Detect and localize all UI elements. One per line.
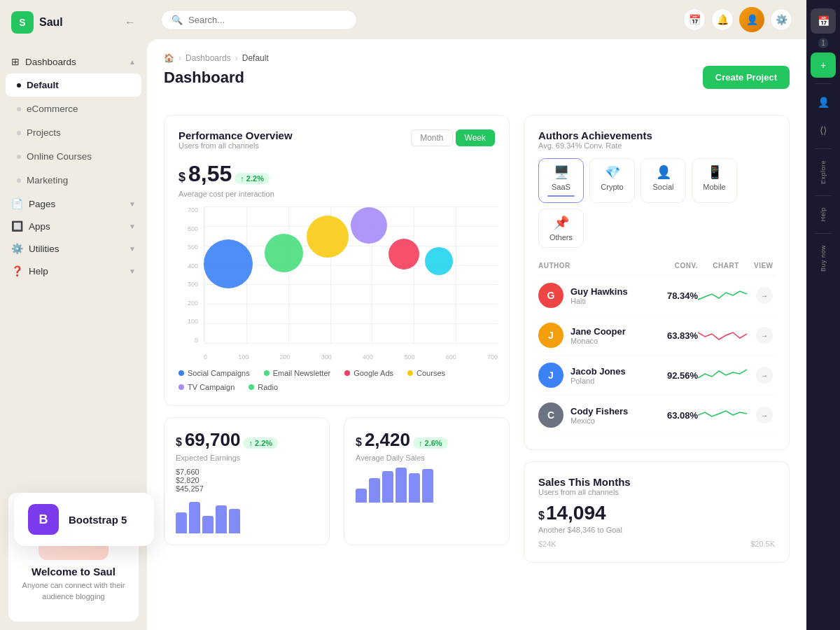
right-bar-badge: 1 xyxy=(818,38,828,48)
legend-radio: Radio xyxy=(248,383,278,391)
authors-sub: Avg. 69.34% Conv. Rate xyxy=(538,141,775,150)
topbar-bell-btn[interactable]: 🔔 xyxy=(711,8,734,31)
search-box[interactable]: 🔍 xyxy=(161,10,357,30)
dot xyxy=(17,107,21,111)
sidebar-item-dashboards[interactable]: ⊞ Dashboards ▲ xyxy=(0,50,147,73)
dashboards-label: Dashboards xyxy=(25,57,76,67)
right-column: Authors Achievements Avg. 69.34% Conv. R… xyxy=(524,115,790,574)
help-icon: ❓ xyxy=(11,265,23,276)
pages-chevron: ▼ xyxy=(129,200,136,208)
sidebar-item-marketing[interactable]: Marketing xyxy=(6,169,141,192)
saas-icon: 🖥️ xyxy=(554,164,569,180)
view-btn-jane[interactable]: → xyxy=(756,327,773,344)
sales-label: Average Daily Sales xyxy=(356,454,498,462)
topbar-right: 📅 🔔 👤 ⚙️ xyxy=(683,7,792,32)
sidebar-item-help[interactable]: ❓ Help ▼ xyxy=(0,260,147,282)
tab-week[interactable]: Week xyxy=(456,130,495,146)
search-input[interactable] xyxy=(188,15,346,25)
sidebar-item-apps[interactable]: 🔲 Apps ▼ xyxy=(0,215,147,237)
view-btn-jacob[interactable]: → xyxy=(756,367,773,384)
bubble-blue xyxy=(204,239,253,288)
author-row-jane: J Jane Cooper Monaco 63.83% xyxy=(538,316,775,356)
category-tabs: 🖥️ SaaS 💎 Crypto 👤 Social xyxy=(538,158,775,248)
avatar-cody: C xyxy=(538,402,564,428)
sales-dollar: $ xyxy=(356,436,362,449)
right-bar-add[interactable]: + xyxy=(811,52,836,78)
cat-tab-others[interactable]: 📌 Others xyxy=(538,209,584,248)
topbar-settings-btn[interactable]: ⚙️ xyxy=(770,8,792,31)
sidebar-footer-title: Welcome to Saul xyxy=(20,566,127,578)
right-bar-user[interactable]: 👤 xyxy=(811,90,836,115)
author-row-cody: C Cody Fishers Mexico 63.08% xyxy=(538,396,775,435)
utilities-chevron: ▼ xyxy=(129,245,136,253)
content-inner: 🏠 › Dashboards › Default Dashboard Creat… xyxy=(147,39,806,630)
right-bar-buynow[interactable]: Buy now xyxy=(820,239,827,277)
main-wrapper: 🔍 📅 🔔 👤 ⚙️ 🏠 › Dashboards › Default xyxy=(147,0,806,630)
breadcrumb-dashboards[interactable]: Dashboards xyxy=(186,53,231,63)
back-icon[interactable]: ← xyxy=(125,16,136,29)
breadcrumb-home[interactable]: 🏠 xyxy=(164,53,174,63)
cat-tab-mobile[interactable]: 📱 Mobile xyxy=(692,158,737,203)
two-col-layout: Performance Overview Users from all chan… xyxy=(164,115,790,574)
author-row-jacob: J Jacob Jones Poland 92.56% xyxy=(538,356,775,396)
divider4 xyxy=(815,233,832,234)
social-icon: 👤 xyxy=(656,164,671,180)
topbar-user-avatar[interactable]: 👤 xyxy=(739,7,764,32)
sidebar-item-online-courses[interactable]: Online Courses xyxy=(6,145,141,168)
topbar-calendar-btn[interactable]: 📅 xyxy=(683,8,706,31)
divider2 xyxy=(815,148,832,149)
sales-badge: ↑ 2.6% xyxy=(413,438,448,449)
sales-bars xyxy=(356,468,498,503)
sales-number: 14,094 xyxy=(546,502,606,524)
perf-header: Performance Overview Users from all chan… xyxy=(178,130,495,158)
author-info-cody: Cody Fishers Mexico xyxy=(570,406,656,425)
right-bar-calendar[interactable]: 📅 xyxy=(811,8,836,34)
view-btn-cody[interactable]: → xyxy=(756,407,773,424)
breadcrumb-sep2: › xyxy=(235,53,238,63)
cat-tab-social[interactable]: 👤 Social xyxy=(640,158,686,203)
bubble-yellow xyxy=(307,216,349,258)
breadcrumb-sep1: › xyxy=(178,53,181,63)
bubble-cyan xyxy=(425,247,453,275)
apps-chevron: ▼ xyxy=(129,223,136,230)
bootstrap-overlay: B Bootstrap 5 xyxy=(14,493,154,546)
crypto-icon: 💎 xyxy=(605,164,620,180)
author-info-jane: Jane Cooper Monaco xyxy=(570,326,656,345)
legend-courses: Courses xyxy=(407,369,445,377)
create-project-button[interactable]: Create Project xyxy=(703,66,790,89)
bubble-pink xyxy=(388,239,419,270)
right-bar-explore[interactable]: Explore xyxy=(820,155,827,190)
sidebar-item-utilities[interactable]: ⚙️ Utilities ▼ xyxy=(0,237,147,260)
earnings-number: 69,700 xyxy=(185,429,241,451)
view-guy: → xyxy=(754,287,775,304)
sales-number: 2,420 xyxy=(365,429,410,451)
sidebar-item-projects[interactable]: Projects xyxy=(6,121,141,144)
view-btn-guy[interactable]: → xyxy=(756,287,773,304)
sidebar-nav: ⊞ Dashboards ▲ Default eCommerce Project… xyxy=(0,45,147,484)
earnings-bars xyxy=(176,498,318,533)
mobile-icon: 📱 xyxy=(707,164,722,180)
right-bar-code[interactable]: ⟨⟩ xyxy=(811,118,836,143)
tab-month[interactable]: Month xyxy=(411,130,452,146)
sparkline-jacob xyxy=(698,365,754,385)
bubble-green xyxy=(265,234,303,272)
chart-y-labels: 7006005004003002001000 xyxy=(176,206,201,344)
right-bar: 📅 1 + 👤 ⟨⟩ Explore Help Buy now xyxy=(806,0,840,630)
chart-grid xyxy=(204,206,498,344)
right-bar-help[interactable]: Help xyxy=(820,202,827,227)
cat-tab-crypto[interactable]: 💎 Crypto xyxy=(589,158,635,203)
sidebar-item-ecommerce[interactable]: eCommerce xyxy=(6,97,141,120)
sparkline-jane xyxy=(698,326,754,345)
legend-tv: TV Campaign xyxy=(178,383,234,391)
cat-tab-saas[interactable]: 🖥️ SaaS xyxy=(538,158,584,203)
sidebar-item-default[interactable]: Default xyxy=(6,74,141,97)
sidebar-footer-subtitle: Anyone can connect with their audience b… xyxy=(20,580,127,602)
sales-title: Sales This Months xyxy=(538,476,775,488)
sparkline-cody xyxy=(698,405,754,425)
earnings-breakdown: $7,660 $2,820 $45,257 xyxy=(176,468,318,493)
authors-title: Authors Achievements xyxy=(538,130,775,141)
content-header-row: 🏠 › Dashboards › Default Dashboard Creat… xyxy=(164,53,790,101)
utilities-icon: ⚙️ xyxy=(11,243,23,254)
legend-social: Social Campaigns xyxy=(178,369,250,377)
sidebar-item-pages[interactable]: 📄 Pages ▼ xyxy=(0,192,147,215)
